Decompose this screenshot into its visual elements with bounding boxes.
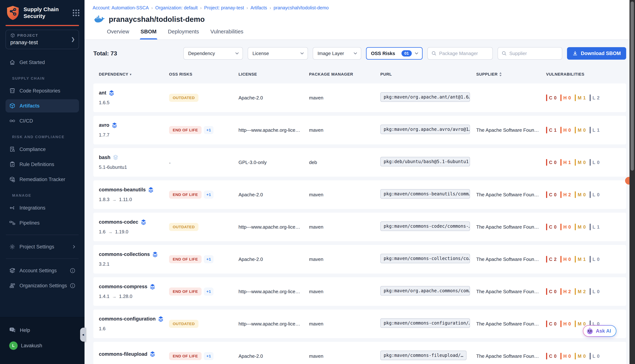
table-row-commons-fileupload[interactable]: commons-fileupload END OF LIFE+1 Apache-… bbox=[93, 342, 626, 364]
vuln-low: L2 bbox=[590, 94, 600, 101]
package-manager-search-input[interactable] bbox=[439, 51, 489, 56]
tab-overview[interactable]: Overview bbox=[106, 28, 130, 40]
page-scrollbar bbox=[629, 0, 635, 364]
sidebar-item-account-settings[interactable]: Account Settings bbox=[6, 264, 79, 277]
sidebar-item-integrations[interactable]: Integrations bbox=[6, 201, 79, 214]
image-layer-filter-select[interactable]: Image Layer bbox=[313, 47, 361, 60]
breadcrumb-account[interactable]: Account: Automation-SSCA bbox=[93, 5, 149, 10]
tab-deployments[interactable]: Deployments bbox=[167, 28, 200, 40]
info-icon[interactable] bbox=[70, 283, 75, 288]
table-row-commons-codec[interactable]: commons-codec1.6→1.19.0 OUTDATED http---… bbox=[93, 213, 626, 241]
table-row-ant[interactable]: ant1.6.5 OUTDATED Apache-2.0 maven pkg:m… bbox=[93, 84, 626, 112]
column-oss-risks: OSS RISKS bbox=[169, 72, 239, 77]
package-manager-search[interactable] bbox=[427, 47, 493, 60]
sidebar-item-project-settings[interactable]: Project Settings bbox=[6, 240, 79, 253]
sidebar-collapse-handle[interactable]: ◀ bbox=[80, 328, 86, 342]
oss-risks-filter-select[interactable]: OSS Risks 01 bbox=[366, 47, 422, 60]
vulnerabilities-cell: C0 H0 M0 L1 bbox=[546, 224, 626, 230]
breadcrumb-artifacts[interactable]: Artifacts bbox=[251, 5, 267, 10]
sidebar-item-artifacts[interactable]: Artifacts bbox=[6, 99, 79, 112]
supplier-search-input[interactable] bbox=[509, 51, 558, 56]
help-chat-icon: ? bbox=[9, 327, 16, 334]
purl-chip[interactable]: pkg:maven/commons-fileupload/… bbox=[380, 350, 467, 360]
purl-chip[interactable]: pkg:deb/ubuntu/bash@5.1-6ubuntu1 bbox=[380, 157, 470, 166]
info-icon[interactable] bbox=[70, 268, 75, 273]
upgrade-arrow-icon: → bbox=[112, 294, 116, 299]
sidebar-item-compliance[interactable]: Compliance bbox=[6, 143, 79, 156]
sidebar-item-get-started[interactable]: Get Started bbox=[6, 56, 79, 69]
purl-chip[interactable]: pkg:maven/org.apache.ant/ant@1.6… bbox=[380, 92, 470, 102]
table-row-bash[interactable]: bash5.1-6ubuntu1 - GPL-3.0-only deb pkg:… bbox=[93, 148, 626, 177]
page-title: pranaycshah/todolist-demo bbox=[109, 15, 205, 24]
app-switcher-grid-icon[interactable] bbox=[73, 10, 79, 16]
risk-badge-end-of-life: END OF LIFE bbox=[169, 352, 201, 360]
vuln-medium: M0 bbox=[575, 191, 586, 198]
risk-badge-outdated: OUTDATED bbox=[169, 94, 198, 102]
help-button[interactable]: ? Help bbox=[6, 324, 79, 336]
divider bbox=[6, 235, 79, 235]
table-row-commons-beanutils[interactable]: commons-beanutils1.8.3→1.11.0 END OF LIF… bbox=[93, 180, 626, 209]
project-selector[interactable]: PROJECT pranay-test ❯ bbox=[6, 30, 79, 49]
supplier-cell: The Apache Software Foun… bbox=[476, 224, 546, 230]
table-row-commons-configuration[interactable]: commons-configuration1.6 OUTDATED http--… bbox=[93, 310, 626, 338]
sidebar-item-pipelines[interactable]: Pipelines bbox=[6, 216, 79, 230]
section-label-manage: MANAGE bbox=[6, 194, 79, 198]
sidebar-item-label: Account Settings bbox=[20, 268, 57, 274]
risk-badge-more[interactable]: +1 bbox=[204, 352, 214, 360]
license-filter-select[interactable]: License bbox=[248, 47, 308, 60]
sidebar-item-remediation-tracker[interactable]: Remediation Tracker bbox=[6, 173, 79, 186]
ask-ai-button[interactable]: Ask AI bbox=[583, 325, 616, 337]
table-row-commons-collections[interactable]: commons-collections3.2.1 END OF LIFE+1 A… bbox=[93, 245, 626, 274]
purl-chip[interactable]: pkg:maven/org.apache.avro/avro@1… bbox=[380, 124, 470, 134]
dependency-name: commons-collections bbox=[99, 252, 150, 257]
download-sbom-button[interactable]: Download SBOM bbox=[567, 47, 626, 60]
table-row-commons-compress[interactable]: commons-compress1.4.1→1.28.0 END OF LIFE… bbox=[93, 277, 626, 306]
scrollbar-thumb[interactable] bbox=[630, 2, 634, 170]
risk-badge-end-of-life: END OF LIFE bbox=[169, 190, 201, 199]
dependency-name: commons-beanutils bbox=[99, 187, 146, 193]
risk-badge-more[interactable]: +1 bbox=[204, 190, 214, 199]
user-menu[interactable]: L Lavakush bbox=[6, 340, 79, 352]
sidebar-item-organization-settings[interactable]: Organization Settings bbox=[6, 279, 79, 292]
license-cell: Apache-2.0 bbox=[239, 192, 309, 198]
sort-both-icon bbox=[499, 72, 502, 76]
sidebar-item-label: Remediation Tracker bbox=[20, 177, 65, 182]
dependency-filter-select[interactable]: Dependency bbox=[183, 47, 243, 60]
column-dependency[interactable]: DEPENDENCY▾ bbox=[99, 72, 169, 77]
user-name: Lavakush bbox=[21, 343, 42, 348]
tab-vulnerabilities[interactable]: Vulnerabilities bbox=[210, 28, 244, 40]
column-supplier[interactable]: SUPPLIER bbox=[476, 72, 546, 77]
dependency-name: commons-codec bbox=[99, 219, 138, 225]
supplier-search[interactable] bbox=[498, 47, 562, 60]
home-icon bbox=[9, 59, 16, 66]
vulnerabilities-cell: C2 H0 M1 L0 bbox=[546, 256, 626, 262]
table-row-avro[interactable]: avro1.7.7 END OF LIFE+1 http---www.apach… bbox=[93, 116, 626, 144]
sidebar-item-cicd[interactable]: CI/CD bbox=[6, 114, 79, 128]
sidebar-item-label: Project Settings bbox=[20, 244, 54, 250]
supplier-cell: The Apache Software Foun… bbox=[476, 256, 546, 262]
vuln-medium: M0 bbox=[575, 320, 586, 327]
vuln-high: H1 bbox=[560, 159, 571, 166]
vuln-high: H2 bbox=[560, 288, 571, 295]
sidebar-item-rule-definitions[interactable]: Rule Definitions bbox=[6, 158, 79, 171]
dependency-version: 1.6 bbox=[99, 326, 169, 332]
purl-chip[interactable]: pkg:maven/commons-beanutils/comm… bbox=[380, 189, 470, 199]
risk-badge-more[interactable]: +1 bbox=[204, 126, 214, 134]
purl-chip[interactable]: pkg:maven/commons-configuration/… bbox=[380, 318, 470, 328]
breadcrumb-artifact[interactable]: pranaycshah/todolist-demo bbox=[274, 5, 329, 10]
risk-badge-more[interactable]: +1 bbox=[204, 288, 214, 296]
sidebar-footer: ? Help L Lavakush bbox=[0, 317, 85, 364]
breadcrumb-project[interactable]: Project: pranay-test bbox=[204, 5, 244, 10]
tab-sbom[interactable]: SBOM bbox=[140, 28, 157, 40]
oss-risks-filter-label: OSS Risks bbox=[371, 51, 398, 56]
license-cell: Apache-2.0 bbox=[239, 353, 309, 359]
vulnerabilities-cell: C0 H1 M0 L0 bbox=[546, 159, 626, 166]
purl-chip[interactable]: pkg:maven/commons-codec/commons-… bbox=[380, 222, 470, 231]
purl-chip[interactable]: pkg:maven/org.apache.commons/com… bbox=[380, 286, 470, 296]
risk-badge-more[interactable]: +1 bbox=[204, 255, 214, 263]
sidebar-item-code-repositories[interactable]: Code Repositories bbox=[6, 84, 79, 98]
breadcrumb-organization[interactable]: Organization: default bbox=[155, 5, 198, 10]
package-manager-cell: maven bbox=[309, 127, 380, 133]
purl-chip[interactable]: pkg:maven/commons-collections/co… bbox=[380, 254, 470, 263]
sidebar-item-label: Code Repositories bbox=[20, 88, 60, 94]
